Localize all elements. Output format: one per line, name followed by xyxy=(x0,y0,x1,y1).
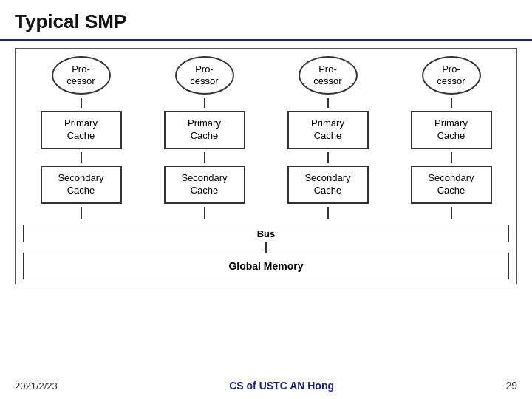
secondary-cache-box-4: SecondaryCache xyxy=(411,166,492,204)
cpu-unit-3: Pro-cessor PrimaryCache SecondaryCache xyxy=(270,56,386,219)
connector-v-4b xyxy=(451,152,452,163)
global-memory-box: Global Memory xyxy=(23,253,509,279)
connector-v-2a xyxy=(204,98,205,108)
secondary-cache-box-1: SecondaryCache xyxy=(41,166,122,204)
connector-to-bus-1 xyxy=(81,207,82,219)
cpu-unit-4: Pro-cessor PrimaryCache SecondaryCache xyxy=(393,56,509,219)
footer-center: CS of USTC AN Hong xyxy=(229,380,334,392)
processors-row: Pro-cessor PrimaryCache SecondaryCache P… xyxy=(23,56,509,219)
connector-v-2b xyxy=(204,152,205,163)
main-content: Pro-cessor PrimaryCache SecondaryCache P… xyxy=(0,48,532,284)
connector-v-1a xyxy=(81,98,82,108)
footer-date: 2021/2/23 xyxy=(15,381,58,392)
connector-to-bus-4 xyxy=(451,207,452,219)
title-bar: Typical SMP xyxy=(0,0,532,41)
primary-cache-box-2: PrimaryCache xyxy=(164,111,245,149)
footer-page: 29 xyxy=(505,380,517,392)
cpu-unit-2: Pro-cessor PrimaryCache SecondaryCache xyxy=(146,56,262,219)
connector-to-mem xyxy=(265,242,267,253)
processor-oval-4: Pro-cessor xyxy=(422,56,481,95)
footer: 2021/2/23 CS of USTC AN Hong 29 xyxy=(15,380,517,392)
connector-to-bus-2 xyxy=(204,207,205,219)
connector-to-bus-3 xyxy=(327,207,329,219)
secondary-cache-box-2: SecondaryCache xyxy=(164,166,245,204)
primary-cache-box-1: PrimaryCache xyxy=(41,111,122,149)
primary-cache-box-4: PrimaryCache xyxy=(411,111,492,149)
connector-v-3a xyxy=(327,98,329,108)
processor-oval-1: Pro-cessor xyxy=(52,56,111,95)
page-title: Typical SMP xyxy=(15,10,517,33)
processor-oval-2: Pro-cessor xyxy=(175,56,234,95)
outer-box: Pro-cessor PrimaryCache SecondaryCache P… xyxy=(15,48,517,284)
processor-oval-3: Pro-cessor xyxy=(299,56,358,95)
secondary-cache-box-3: SecondaryCache xyxy=(287,166,369,204)
page: Typical SMP Pro-cessor PrimaryCache Seco… xyxy=(0,0,532,399)
connector-v-3b xyxy=(327,152,329,163)
primary-cache-box-3: PrimaryCache xyxy=(287,111,369,149)
connector-v-4a xyxy=(451,98,452,108)
bus-bar: Bus xyxy=(23,225,509,242)
cpu-unit-1: Pro-cessor PrimaryCache SecondaryCache xyxy=(23,56,139,219)
connector-v-1b xyxy=(81,152,82,163)
